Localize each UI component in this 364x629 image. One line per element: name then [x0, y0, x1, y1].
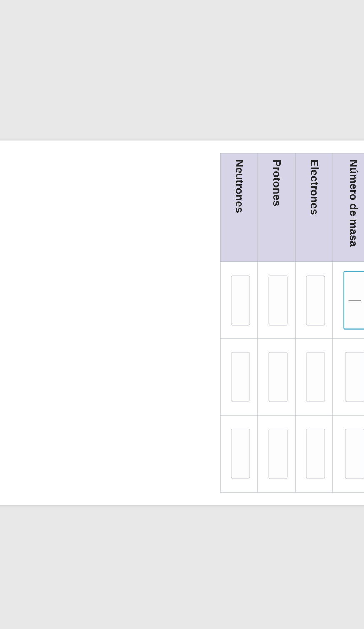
input-nummasa-lantano[interactable]: [345, 352, 364, 402]
label-numero-de-masa: Número de masa: [333, 153, 364, 262]
worksheet-page: Llena correctamente la siguiente tabla: …: [0, 141, 364, 505]
cell-electrones-cloro: [295, 416, 333, 492]
label-neutrones: Neutrones: [220, 153, 258, 262]
input-protones-oxigeno[interactable]: [269, 275, 288, 325]
input-electrones-cloro[interactable]: [306, 429, 325, 479]
input-nummasa-oxigeno[interactable]: [344, 271, 364, 329]
row-protones: Protones: [258, 153, 295, 492]
input-neutrones-cloro[interactable]: [231, 429, 250, 479]
cell-neutrones-oxigeno: [220, 262, 258, 338]
cell-nummasa-cloro: [333, 416, 364, 492]
cell-electrones-lantano: [295, 338, 333, 415]
row-numero-de-masa: Número de masa: [333, 153, 364, 492]
input-neutrones-lantano[interactable]: [231, 352, 250, 402]
cell-nummasa-lantano: [333, 338, 364, 415]
cell-protones-oxigeno: [258, 262, 295, 338]
input-neutrones-oxigeno[interactable]: [231, 275, 250, 325]
label-electrones: Electrones: [295, 153, 333, 262]
elements-table: Elemento Oxígeno Lantano Cloro Masa atóm…: [220, 153, 364, 493]
cell-neutrones-cloro: [220, 416, 258, 492]
cell-nummasa-oxigeno: [333, 262, 364, 338]
row-neutrones: Neutrones: [220, 153, 258, 492]
label-protones: Protones: [258, 153, 295, 262]
input-electrones-lantano[interactable]: [306, 352, 325, 402]
cell-neutrones-lantano: [220, 338, 258, 415]
cell-electrones-oxigeno: [295, 262, 333, 338]
cell-protones-cloro: [258, 416, 295, 492]
row-electrones: Electrones: [295, 153, 333, 492]
input-nummasa-cloro[interactable]: [345, 429, 364, 479]
input-protones-cloro[interactable]: [269, 429, 288, 479]
input-electrones-oxigeno[interactable]: [306, 275, 325, 325]
cell-protones-lantano: [258, 338, 295, 415]
input-protones-lantano[interactable]: [269, 352, 288, 402]
